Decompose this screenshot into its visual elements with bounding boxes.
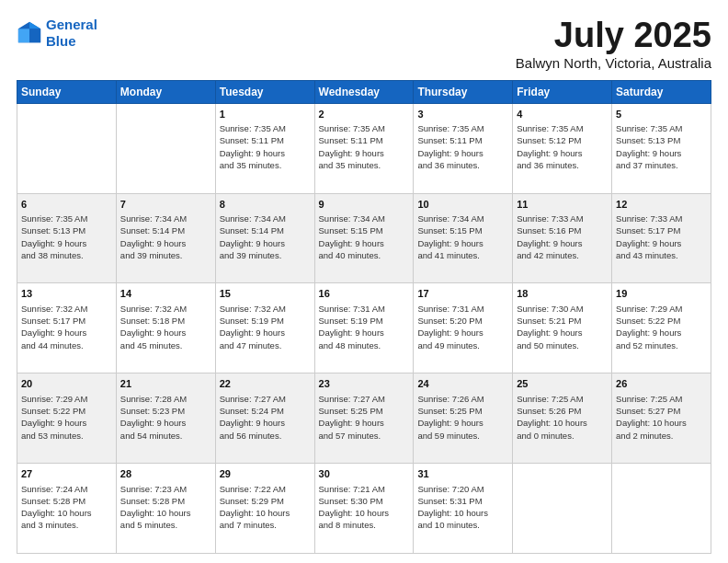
cell-text: Daylight: 9 hours xyxy=(616,147,707,159)
calendar-cell: 22Sunrise: 7:27 AMSunset: 5:24 PMDayligh… xyxy=(215,373,314,464)
calendar-cell: 7Sunrise: 7:34 AMSunset: 5:14 PMDaylight… xyxy=(116,193,215,283)
calendar-cell: 26Sunrise: 7:25 AMSunset: 5:27 PMDayligh… xyxy=(612,373,711,464)
cell-text: Sunset: 5:14 PM xyxy=(220,224,311,236)
cell-text: Daylight: 9 hours xyxy=(616,237,707,249)
cell-text: Sunset: 5:19 PM xyxy=(319,315,410,327)
svg-marker-1 xyxy=(29,22,40,29)
day-number: 20 xyxy=(21,377,112,391)
calendar-day-header: Wednesday xyxy=(314,80,414,103)
cell-text: Sunrise: 7:24 AM xyxy=(21,483,112,495)
calendar-cell xyxy=(612,464,711,554)
cell-text: and 45 minutes. xyxy=(120,339,211,351)
cell-text: and 8 minutes. xyxy=(319,519,410,531)
cell-text: Daylight: 9 hours xyxy=(220,147,311,159)
day-number: 14 xyxy=(120,287,211,301)
day-number: 7 xyxy=(120,198,211,212)
calendar-cell: 14Sunrise: 7:32 AMSunset: 5:18 PMDayligh… xyxy=(116,283,215,373)
cell-text: Daylight: 9 hours xyxy=(120,237,211,249)
day-number: 26 xyxy=(616,377,707,391)
cell-text: Daylight: 10 hours xyxy=(319,507,410,519)
day-number: 25 xyxy=(517,377,608,391)
cell-text: Daylight: 9 hours xyxy=(417,417,508,429)
day-number: 5 xyxy=(616,108,707,121)
cell-text: Sunrise: 7:25 AM xyxy=(517,393,608,405)
calendar-cell xyxy=(116,103,215,193)
cell-text: and 35 minutes. xyxy=(319,159,410,171)
calendar-cell: 3Sunrise: 7:35 AMSunset: 5:11 PMDaylight… xyxy=(414,103,513,193)
logo-text: General Blue xyxy=(46,17,97,50)
cell-text: and 41 minutes. xyxy=(417,249,508,261)
day-number: 11 xyxy=(517,198,608,212)
calendar-week-row: 13Sunrise: 7:32 AMSunset: 5:17 PMDayligh… xyxy=(17,283,711,373)
cell-text: Sunset: 5:12 PM xyxy=(517,134,608,146)
day-number: 31 xyxy=(417,467,508,481)
cell-text: Sunset: 5:14 PM xyxy=(120,224,211,236)
cell-text: Daylight: 9 hours xyxy=(21,327,112,339)
cell-text: Sunrise: 7:35 AM xyxy=(21,213,112,224)
day-number: 13 xyxy=(21,287,112,301)
calendar-cell: 9Sunrise: 7:34 AMSunset: 5:15 PMDaylight… xyxy=(314,193,414,283)
cell-text: Sunset: 5:15 PM xyxy=(417,224,508,236)
cell-text: Sunrise: 7:21 AM xyxy=(319,483,410,495)
day-number: 21 xyxy=(120,377,211,391)
day-number: 1 xyxy=(220,108,311,121)
calendar-cell: 12Sunrise: 7:33 AMSunset: 5:17 PMDayligh… xyxy=(612,193,711,283)
calendar-day-header: Tuesday xyxy=(215,80,314,103)
cell-text: Sunset: 5:29 PM xyxy=(220,495,311,507)
cell-text: Sunrise: 7:31 AM xyxy=(417,303,508,315)
day-number: 28 xyxy=(120,467,211,481)
cell-text: Sunset: 5:18 PM xyxy=(120,315,211,327)
cell-text: Sunset: 5:20 PM xyxy=(417,315,508,327)
cell-text: and 50 minutes. xyxy=(517,339,608,351)
cell-text: Sunrise: 7:23 AM xyxy=(120,483,211,495)
calendar-week-row: 6Sunrise: 7:35 AMSunset: 5:13 PMDaylight… xyxy=(17,193,711,283)
cell-text: and 5 minutes. xyxy=(120,519,211,531)
calendar-cell: 13Sunrise: 7:32 AMSunset: 5:17 PMDayligh… xyxy=(17,283,117,373)
cell-text: Daylight: 9 hours xyxy=(417,327,508,339)
cell-text: Sunset: 5:22 PM xyxy=(21,405,112,417)
cell-text: Sunrise: 7:34 AM xyxy=(319,213,410,224)
calendar-cell: 24Sunrise: 7:26 AMSunset: 5:25 PMDayligh… xyxy=(414,373,513,464)
cell-text: Daylight: 9 hours xyxy=(21,237,112,249)
cell-text: Sunset: 5:15 PM xyxy=(319,224,410,236)
day-number: 17 xyxy=(417,287,508,301)
subtitle: Balwyn North, Victoria, Australia xyxy=(516,55,711,71)
title-block: July 2025 Balwyn North, Victoria, Austra… xyxy=(516,17,711,71)
cell-text: Sunrise: 7:29 AM xyxy=(21,393,112,405)
calendar-cell: 18Sunrise: 7:30 AMSunset: 5:21 PMDayligh… xyxy=(513,283,612,373)
calendar-cell: 23Sunrise: 7:27 AMSunset: 5:25 PMDayligh… xyxy=(314,373,414,464)
day-number: 22 xyxy=(220,377,311,391)
cell-text: Sunset: 5:16 PM xyxy=(517,224,608,236)
calendar-header-row: SundayMondayTuesdayWednesdayThursdayFrid… xyxy=(17,80,711,103)
cell-text: Daylight: 9 hours xyxy=(517,147,608,159)
day-number: 12 xyxy=(616,198,707,212)
header: General Blue July 2025 Balwyn North, Vic… xyxy=(17,17,711,71)
cell-text: Sunrise: 7:20 AM xyxy=(417,483,508,495)
day-number: 19 xyxy=(616,287,707,301)
cell-text: Daylight: 9 hours xyxy=(319,147,410,159)
cell-text: Sunrise: 7:27 AM xyxy=(220,393,311,405)
cell-text: Daylight: 9 hours xyxy=(417,237,508,249)
calendar-cell: 11Sunrise: 7:33 AMSunset: 5:16 PMDayligh… xyxy=(513,193,612,283)
cell-text: and 39 minutes. xyxy=(120,249,211,261)
calendar-cell: 16Sunrise: 7:31 AMSunset: 5:19 PMDayligh… xyxy=(314,283,414,373)
cell-text: and 49 minutes. xyxy=(417,339,508,351)
cell-text: Sunset: 5:17 PM xyxy=(616,224,707,236)
calendar-cell: 29Sunrise: 7:22 AMSunset: 5:29 PMDayligh… xyxy=(215,464,314,554)
calendar-week-row: 20Sunrise: 7:29 AMSunset: 5:22 PMDayligh… xyxy=(17,373,711,464)
cell-text: Sunrise: 7:31 AM xyxy=(319,303,410,315)
cell-text: and 47 minutes. xyxy=(220,339,311,351)
cell-text: Sunrise: 7:27 AM xyxy=(319,393,410,405)
cell-text: and 38 minutes. xyxy=(21,249,112,261)
calendar-day-header: Saturday xyxy=(612,80,711,103)
calendar-cell: 15Sunrise: 7:32 AMSunset: 5:19 PMDayligh… xyxy=(215,283,314,373)
cell-text: and 7 minutes. xyxy=(220,519,311,531)
cell-text: Daylight: 9 hours xyxy=(319,327,410,339)
calendar-day-header: Sunday xyxy=(17,80,117,103)
cell-text: Sunrise: 7:34 AM xyxy=(417,213,508,224)
cell-text: Sunrise: 7:32 AM xyxy=(220,303,311,315)
day-number: 8 xyxy=(220,198,311,212)
cell-text: Sunrise: 7:35 AM xyxy=(616,122,707,134)
logo-blue: Blue xyxy=(46,33,76,49)
calendar-cell: 20Sunrise: 7:29 AMSunset: 5:22 PMDayligh… xyxy=(17,373,117,464)
